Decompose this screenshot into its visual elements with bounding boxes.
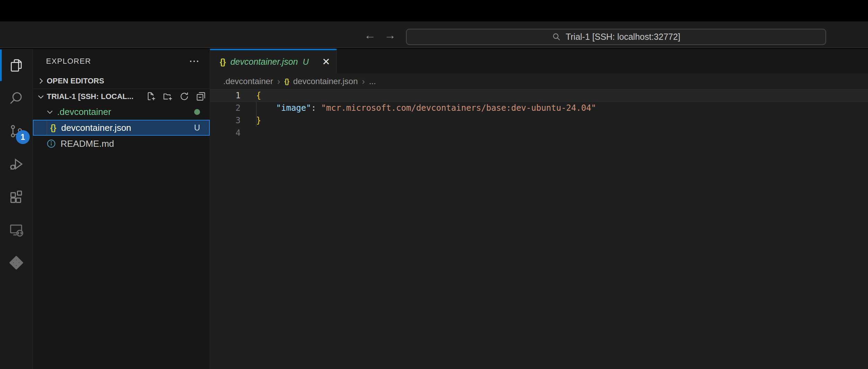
code-token: "mcr.microsoft.com/devcontainers/base:de… <box>321 103 596 113</box>
explorer-sidebar: EXPLORER OPEN EDITORS <box>33 49 210 369</box>
code-token <box>256 103 276 113</box>
open-editors-label: OPEN EDITORS <box>47 76 104 86</box>
debug-icon <box>8 156 24 172</box>
chevron-right-icon <box>36 76 45 86</box>
line-number: 4 <box>210 127 256 139</box>
code-editor[interactable]: 1 { 2 "image": "mcr.microsoft.com/devcon… <box>210 89 868 369</box>
tree-indent-guide <box>47 120 47 135</box>
open-editors-section[interactable]: OPEN EDITORS <box>33 73 210 89</box>
search-icon <box>8 90 24 106</box>
activity-bar: 1 <box>0 49 33 369</box>
workspace-section[interactable]: TRIAL-1 [SSH: LOCAL... <box>33 89 210 104</box>
workbench: 1 <box>0 49 868 369</box>
code-token: "image" <box>276 103 311 113</box>
more-actions-icon[interactable] <box>188 55 200 67</box>
breadcrumb-file[interactable]: devcontainer.json <box>293 76 358 86</box>
tree-item-readme[interactable]: README.md <box>33 136 210 152</box>
extensions-icon <box>8 189 24 205</box>
remote-monitor-icon <box>8 222 24 238</box>
selected-file-name: devcontainer.json <box>61 123 131 133</box>
forward-arrow-icon[interactable]: → <box>384 29 396 41</box>
source-control-badge: 1 <box>16 130 30 144</box>
history-navigation: ← → <box>364 21 396 48</box>
activity-source-control[interactable]: 1 <box>0 115 33 147</box>
tree-item-devcontainer-folder[interactable]: .devcontainer <box>33 104 210 120</box>
tab-untracked-badge: U <box>303 57 309 67</box>
tree-item-devcontainer-json[interactable]: {} devcontainer.json U <box>33 120 210 136</box>
activity-search[interactable] <box>0 82 33 115</box>
collapse-all-icon[interactable] <box>196 91 206 102</box>
breadcrumb-symbol-tail[interactable]: ... <box>369 76 376 86</box>
line-number: 2 <box>210 102 256 114</box>
back-arrow-icon[interactable]: ← <box>364 29 376 41</box>
tab-bar: {} devcontainer.json U ✕ <box>210 49 868 73</box>
editor-group: {} devcontainer.json U ✕ .devcontainer ›… <box>210 49 868 369</box>
diamond-icon <box>8 255 24 271</box>
tab-file-name: devcontainer.json <box>230 57 298 67</box>
code-token: } <box>256 116 261 125</box>
git-untracked-badge: U <box>194 123 200 133</box>
workspace-label: TRIAL-1 [SSH: LOCAL... <box>47 92 134 101</box>
refresh-icon[interactable] <box>179 91 190 102</box>
json-file-icon: {} <box>50 123 56 133</box>
new-file-icon[interactable] <box>146 91 156 102</box>
code-token: { <box>256 91 261 100</box>
chevron-separator-icon: › <box>362 76 365 87</box>
activity-extensions[interactable] <box>0 180 33 213</box>
code-line-3: 3 } <box>210 114 868 127</box>
folder-name: .devcontainer <box>57 107 111 117</box>
activity-explorer[interactable] <box>0 49 33 82</box>
command-center-search-box[interactable]: Trial-1 [SSH: localhost:32772] <box>406 29 826 45</box>
modified-dot-icon <box>194 109 200 115</box>
explorer-actions <box>146 91 210 102</box>
code-line-1: 1 { <box>210 89 868 102</box>
code-token: : <box>311 103 321 113</box>
info-file-icon <box>46 138 56 149</box>
breadcrumb-folder[interactable]: .devcontainer <box>223 76 273 86</box>
chevron-down-icon <box>36 92 45 101</box>
activity-diamond-extension[interactable] <box>0 246 33 279</box>
activity-run-debug[interactable] <box>0 147 33 180</box>
vscode-window: ← → Trial-1 [SSH: localhost:32772] <box>0 0 868 369</box>
new-folder-icon[interactable] <box>162 91 173 102</box>
readme-file-name: README.md <box>61 138 114 149</box>
search-icon <box>552 32 561 42</box>
json-file-icon: {} <box>220 57 226 67</box>
line-number: 3 <box>210 114 256 127</box>
indent-guide <box>256 102 256 127</box>
close-icon[interactable]: ✕ <box>322 56 330 68</box>
breadcrumb: .devcontainer › {} devcontainer.json › .… <box>210 73 868 89</box>
title-bar: ← → Trial-1 [SSH: localhost:32772] <box>0 21 868 48</box>
activity-remote-explorer[interactable] <box>0 213 33 246</box>
tab-devcontainer-json[interactable]: {} devcontainer.json U ✕ <box>210 49 337 73</box>
screen-top-black-strip <box>0 0 868 21</box>
window-title: Trial-1 [SSH: localhost:32772] <box>566 32 680 42</box>
code-line-4: 4 <box>210 127 868 139</box>
chevron-separator-icon: › <box>277 76 280 87</box>
sidebar-title: EXPLORER <box>46 57 91 66</box>
code-line-2: 2 "image": "mcr.microsoft.com/devcontain… <box>210 102 868 114</box>
line-number: 1 <box>210 89 256 102</box>
files-icon <box>8 57 24 73</box>
sidebar-header: EXPLORER <box>33 49 210 73</box>
chevron-down-icon <box>45 107 54 116</box>
json-file-icon: {} <box>284 78 289 86</box>
